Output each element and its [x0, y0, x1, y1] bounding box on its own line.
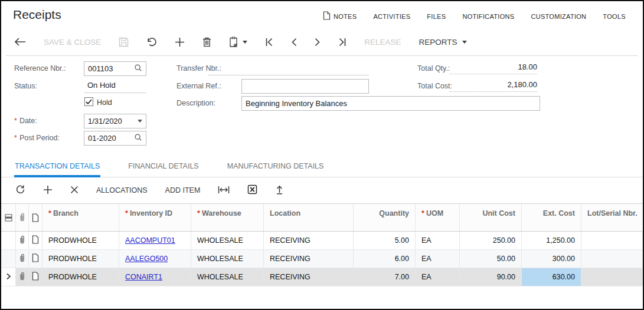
back-button[interactable]	[14, 38, 26, 46]
delete-record-button[interactable]	[202, 37, 211, 47]
clipboard-button[interactable]	[229, 37, 247, 47]
undo-button[interactable]	[146, 37, 157, 47]
menu-item-tools[interactable]: TOOLS	[603, 13, 626, 20]
cell-warehouse[interactable]: WHOLESALE	[191, 250, 264, 268]
last-record-icon	[338, 38, 346, 47]
reference-nbr-field[interactable]: 001103	[84, 61, 146, 76]
menu-item-notifications[interactable]: NOTIFICATIONS	[462, 13, 514, 20]
inventory-id-link[interactable]: CONAIRT1	[125, 273, 162, 281]
inventory-id-link[interactable]: AACOMPUT01	[125, 236, 175, 245]
reports-button[interactable]: REPORTS	[419, 38, 467, 47]
cell-unit_cost[interactable]: 250.00	[460, 232, 522, 249]
menu-item-label: NOTES	[334, 13, 357, 20]
cell-inventory_id[interactable]: AALEGO500	[119, 250, 191, 268]
cell-unit_cost[interactable]: 50.00	[460, 250, 522, 268]
col-header-quantity[interactable]: Quantity	[354, 204, 416, 231]
cell-warehouse[interactable]: WHOLESALE	[191, 268, 264, 286]
col-header-lot-serial[interactable]: Lot/Serial Nbr.	[581, 204, 643, 231]
row-note-icon[interactable]	[29, 268, 43, 286]
prev-record-button[interactable]	[291, 38, 297, 47]
post-period-field[interactable]: 01-2020	[84, 131, 146, 146]
first-record-button[interactable]	[265, 38, 273, 47]
description-label: Description:	[176, 99, 215, 107]
col-header-branch[interactable]: *Branch	[43, 204, 119, 231]
last-record-button[interactable]	[338, 38, 346, 47]
cell-branch[interactable]: PRODWHOLE	[43, 268, 119, 286]
row-note-icon[interactable]	[29, 250, 43, 268]
menu-item-activities[interactable]: ACTIVITIES	[373, 13, 410, 20]
add-item-button[interactable]: ADD ITEM	[165, 186, 201, 194]
chevron-down-icon[interactable]	[138, 120, 142, 123]
menu-item-files[interactable]: FILES	[427, 13, 446, 20]
cell-location[interactable]: RECEIVING	[264, 232, 354, 249]
menu-item-notes[interactable]: NOTES	[323, 11, 357, 21]
row-paperclip-icon[interactable]	[16, 268, 29, 286]
tab-financial-details[interactable]: FINANCIAL DETAILS	[128, 162, 199, 177]
cell-ext_cost[interactable]: 300.00	[522, 250, 581, 268]
cell-quantity[interactable]: 6.00	[354, 250, 416, 268]
cell-unit_cost[interactable]: 90.00	[460, 268, 522, 286]
row-note-icon[interactable]	[29, 232, 43, 249]
date-field[interactable]: 1/31/2020	[84, 114, 146, 128]
note-column-icon[interactable]	[29, 204, 43, 231]
fit-width-button[interactable]	[218, 186, 230, 196]
cell-location[interactable]: RECEIVING	[264, 268, 354, 286]
add-record-button[interactable]	[175, 37, 185, 47]
save-close-button[interactable]: SAVE & CLOSE	[44, 38, 101, 47]
col-header-warehouse[interactable]: *Warehouse	[191, 204, 264, 231]
cell-uom[interactable]: EA	[416, 268, 460, 286]
cell-uom[interactable]: EA	[416, 232, 460, 249]
col-header-inventory-id[interactable]: *Inventory ID	[119, 204, 191, 231]
cell-lot_serial[interactable]	[581, 232, 643, 249]
cell-lot_serial[interactable]	[581, 250, 643, 268]
grid-settings-icon[interactable]	[1, 204, 16, 231]
cell-location[interactable]: RECEIVING	[264, 250, 354, 268]
col-header-location[interactable]: Location	[264, 204, 354, 231]
hold-checkbox[interactable]	[84, 97, 93, 106]
cell-warehouse[interactable]: WHOLESALE	[191, 232, 264, 249]
export-excel-button[interactable]	[247, 184, 257, 196]
table-row[interactable]: PRODWHOLEAACOMPUT01WHOLESALERECEIVING5.0…	[1, 232, 643, 250]
col-header-ext-cost[interactable]: Ext. Cost	[522, 204, 581, 231]
save-button[interactable]	[119, 37, 129, 47]
cell-inventory_id[interactable]: CONAIRT1	[119, 268, 191, 286]
grid-toolbar: ALLOCATIONS ADD ITEM	[1, 177, 643, 203]
cell-branch[interactable]: PRODWHOLE	[43, 250, 119, 268]
description-field[interactable]: Beginning Inventory Balances	[241, 96, 540, 111]
cell-uom[interactable]: EA	[416, 250, 460, 268]
cell-inventory_id[interactable]: AACOMPUT01	[119, 232, 191, 249]
upload-button[interactable]	[275, 184, 284, 196]
table-row[interactable]: PRODWHOLECONAIRT1WHOLESALERECEIVING7.00E…	[1, 268, 643, 286]
menu-item-customization[interactable]: CUSTOMIZATION	[531, 13, 586, 20]
row-selector[interactable]	[1, 250, 16, 268]
add-row-button[interactable]	[43, 185, 53, 196]
external-ref-field[interactable]	[241, 79, 369, 94]
search-icon[interactable]	[134, 133, 142, 143]
row-selector[interactable]	[1, 268, 16, 286]
row-paperclip-icon[interactable]	[16, 232, 29, 249]
delete-row-button[interactable]	[70, 186, 79, 196]
cell-ext_cost[interactable]: 630.00	[522, 268, 581, 286]
date-label: *Date:	[14, 117, 37, 125]
menu-item-label: CUSTOMIZATION	[531, 13, 586, 20]
row-paperclip-icon[interactable]	[16, 250, 29, 268]
col-header-unit-cost[interactable]: Unit Cost	[460, 204, 522, 231]
table-row[interactable]: PRODWHOLEAALEGO500WHOLESALERECEIVING6.00…	[1, 250, 643, 268]
inventory-id-link[interactable]: AALEGO500	[125, 255, 168, 263]
next-record-button[interactable]	[315, 38, 321, 47]
paperclip-column-icon[interactable]	[16, 204, 29, 231]
row-selector[interactable]	[1, 232, 16, 249]
cell-quantity[interactable]: 7.00	[354, 268, 416, 286]
col-header-uom[interactable]: *UOM	[416, 204, 460, 231]
release-button[interactable]: RELEASE	[364, 38, 401, 47]
menu-item-label: ACTIVITIES	[373, 13, 410, 20]
search-icon[interactable]	[134, 64, 142, 74]
cell-ext_cost[interactable]: 1,250.00	[522, 232, 581, 249]
cell-branch[interactable]: PRODWHOLE	[43, 232, 119, 249]
allocations-button[interactable]: ALLOCATIONS	[96, 186, 148, 194]
cell-quantity[interactable]: 5.00	[354, 232, 416, 249]
cell-lot_serial[interactable]	[581, 268, 643, 286]
tab-manufacturing-details[interactable]: MANUFACTURING DETAILS	[227, 162, 325, 177]
tab-transaction-details[interactable]: TRANSACTION DETAILS	[14, 162, 100, 177]
refresh-button[interactable]	[15, 184, 25, 196]
